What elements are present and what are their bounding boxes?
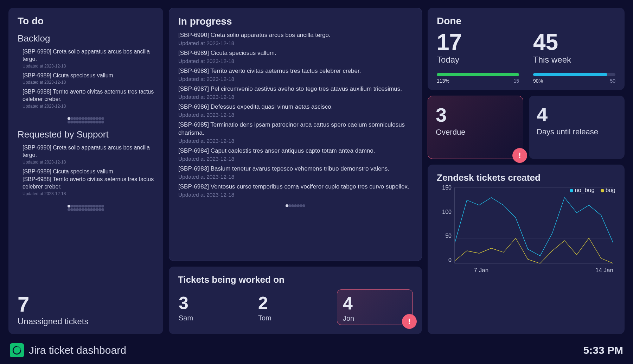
pager-dot[interactable]	[79, 205, 82, 207]
pager-dot[interactable]	[302, 204, 305, 207]
pager-dot[interactable]	[82, 208, 84, 211]
chart-xlabels: . 7 Jan 14 Jan	[454, 267, 613, 274]
pager-dot[interactable]	[79, 208, 82, 211]
list-item-title[interactable]: [SBP-6988] Territo averto civitas aetern…	[178, 67, 413, 75]
pager-dot[interactable]	[82, 117, 84, 120]
pager-dot[interactable]	[76, 205, 79, 207]
pager-dot[interactable]	[288, 204, 291, 207]
backlog-pager[interactable]	[18, 116, 154, 123]
pager-dot[interactable]	[70, 117, 73, 120]
support-list: [SBP-6990] Creta solio apparatus arcus b…	[18, 144, 154, 200]
pager-dot[interactable]	[84, 208, 87, 211]
pager-dot[interactable]	[93, 121, 96, 123]
pager-dot[interactable]	[73, 205, 76, 207]
pager-dot[interactable]	[84, 121, 87, 123]
list-item-title[interactable]: [SBP-6988] Territo averto civitas aetern…	[23, 88, 154, 103]
pager-dot[interactable]	[73, 208, 76, 211]
pager-dot[interactable]	[70, 205, 73, 207]
progress-fill	[437, 73, 519, 76]
pager-dot[interactable]	[68, 208, 70, 211]
pager-dot[interactable]	[90, 121, 93, 123]
pager-dot[interactable]	[297, 204, 300, 207]
pager-dot[interactable]	[87, 205, 90, 207]
alert-icon: !	[512, 148, 527, 163]
list-item-title[interactable]: [SBP-6989] Cicuta speciosus vallum.	[23, 168, 154, 175]
pager-dot[interactable]	[68, 117, 70, 120]
pager-dot[interactable]	[68, 121, 70, 123]
pager-dot[interactable]	[90, 205, 93, 207]
pager-dot[interactable]	[101, 205, 104, 207]
pager-dot[interactable]	[76, 117, 79, 120]
pager-dot[interactable]	[90, 117, 93, 120]
list-item-title[interactable]: [SBP-6983] Basium tenetur avarus tepesco…	[178, 165, 413, 173]
chart-area: 150 100 50 0 . 7 Jan 14 Jan	[437, 185, 615, 276]
unassigned-value: 7	[18, 294, 154, 315]
pager-dot[interactable]	[300, 204, 302, 207]
list-item-title[interactable]: [SBP-6985] Terminatio dens ipsam patroci…	[178, 121, 413, 136]
pager-dot[interactable]	[98, 121, 101, 123]
list-item-title[interactable]: [SBP-6990] Creta solio apparatus arcus b…	[23, 48, 154, 63]
list-item-title[interactable]: [SBP-6989] Cicuta speciosus vallum.	[23, 72, 154, 79]
list-item-title[interactable]: [SBP-6989] Cicuta speciosus vallum.	[178, 49, 413, 57]
pager-dot[interactable]	[93, 208, 96, 211]
chart-svg	[455, 187, 613, 263]
pager-dot[interactable]	[82, 205, 84, 207]
footer-time: 5:33 PM	[583, 344, 623, 356]
pager-dot[interactable]	[291, 204, 294, 207]
inprogress-pager[interactable]	[178, 202, 413, 209]
pager-dot[interactable]	[82, 121, 84, 123]
list-item-title[interactable]: [SBP-6987] Pel circumvenio aestivus aveh…	[178, 85, 413, 93]
pager-dot[interactable]	[68, 205, 70, 207]
list-item-meta: Updated at 2023-12-18	[23, 160, 154, 165]
done-card: Done 17 Today 113% 15 45 This week	[428, 8, 625, 90]
list-item-title[interactable]: [SBP-6984] Caput caelestis tres anser an…	[178, 147, 413, 155]
pager-dot[interactable]	[87, 117, 90, 120]
list-item-title[interactable]: [SBP-6990] Creta solio apparatus arcus b…	[178, 31, 413, 39]
chart-series-bug	[455, 238, 613, 263]
list-item-meta: Updated at 2023-12-18	[178, 40, 413, 46]
pager-dot[interactable]	[93, 205, 96, 207]
pager-dot[interactable]	[87, 208, 90, 211]
workers-title: Tickets being worked on	[178, 274, 413, 285]
pager-dot[interactable]	[101, 208, 104, 211]
pager-dot[interactable]	[76, 208, 79, 211]
list-item-meta: Updated at 2023-12-18	[178, 112, 413, 118]
pager-dot[interactable]	[76, 121, 79, 123]
pager-dot[interactable]	[96, 121, 98, 123]
pager-dot[interactable]	[73, 117, 76, 120]
pager-dot[interactable]	[98, 208, 101, 211]
list-item-meta: Updated at 2023-12-18	[178, 58, 413, 64]
pager-dot[interactable]	[294, 204, 297, 207]
list-item-title[interactable]: [SBP-6988] Territo averto civitas aetern…	[23, 176, 154, 191]
overdue-label: Overdue	[436, 128, 515, 137]
support-pager[interactable]	[18, 204, 154, 211]
list-item-title[interactable]: [SBP-6986] Defessus expedita quasi vinum…	[178, 103, 413, 111]
pager-dot[interactable]	[96, 117, 98, 120]
pager-dot[interactable]	[98, 205, 101, 207]
done-week-value: 45	[533, 31, 615, 53]
pager-dot[interactable]	[96, 208, 98, 211]
pager-dot[interactable]	[73, 121, 76, 123]
pager-dot[interactable]	[79, 121, 82, 123]
pager-dot[interactable]	[87, 121, 90, 123]
pager-dot[interactable]	[84, 205, 87, 207]
ylabel: 150	[437, 185, 452, 191]
list-item-title[interactable]: [SBP-6990] Creta solio apparatus arcus b…	[23, 144, 154, 159]
pager-dot[interactable]	[84, 117, 87, 120]
worker-name: Jon	[343, 314, 408, 323]
pager-dot[interactable]	[101, 121, 104, 123]
list-item-title[interactable]: [SBP-6982] Ventosus curso temporibus com…	[178, 183, 413, 191]
support-heading: Requested by Support	[18, 129, 154, 140]
pager-dot[interactable]	[101, 117, 104, 120]
pager-dot[interactable]	[70, 121, 73, 123]
middle-column: In progress [SBP-6990] Creta solio appar…	[169, 8, 422, 334]
pager-dot[interactable]	[96, 205, 98, 207]
pager-dot[interactable]	[70, 208, 73, 211]
pager-dot[interactable]	[286, 204, 288, 207]
pager-dot[interactable]	[79, 117, 82, 120]
pager-dot[interactable]	[93, 117, 96, 120]
done-today-value: 17	[437, 31, 519, 53]
pager-dot[interactable]	[98, 117, 101, 120]
footer: Jira ticket dashboard 5:33 PM	[0, 337, 633, 364]
pager-dot[interactable]	[90, 208, 93, 211]
